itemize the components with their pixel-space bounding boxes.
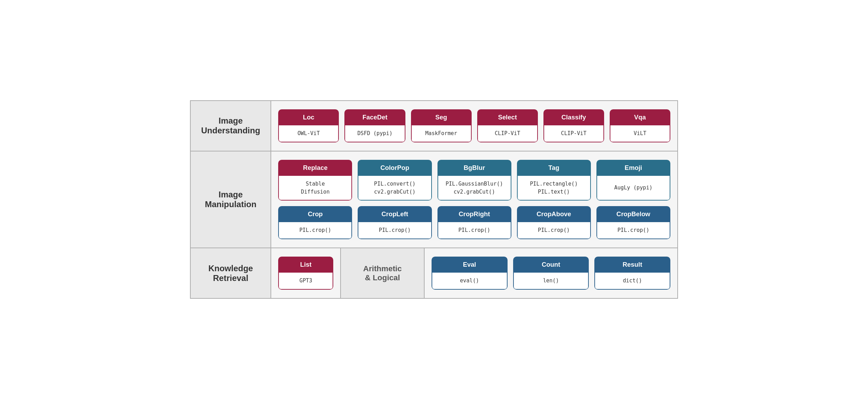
- card-seg: SegMaskFormer: [411, 109, 472, 142]
- card-header-cropbelow: CropBelow: [596, 206, 670, 222]
- card-header-emoji: Emoji: [596, 160, 670, 176]
- card-body-crop: PIL.crop(): [278, 222, 352, 239]
- card-title-replace: Replace: [303, 164, 328, 171]
- card-body-cropbelow: PIL.crop(): [596, 222, 670, 239]
- card-emoji: EmojiAugLy (pypi): [596, 160, 670, 201]
- card-title-emoji: Emoji: [625, 164, 642, 171]
- image-manipulation-label: ImageManipulation: [190, 151, 271, 248]
- card-body-bgblur: PIL.GaussianBlur() cv2.grabCut(): [437, 176, 511, 201]
- card-header-colorpop: ColorPop: [358, 160, 432, 176]
- card-body-loc: OWL-ViT: [278, 125, 339, 142]
- card-crop: CropPIL.crop(): [278, 206, 352, 239]
- card-title-cropabove: CropAbove: [536, 210, 571, 218]
- card-vqa: VqaViLT: [610, 109, 670, 142]
- card-tag: TagPIL.rectangle() PIL.text(): [517, 160, 591, 201]
- card-body-emoji: AugLy (pypi): [596, 176, 670, 201]
- card-body-count: len(): [513, 273, 589, 290]
- card-body-classify: CLIP-ViT: [543, 125, 604, 142]
- card-body-seg: MaskFormer: [411, 125, 472, 142]
- image-manipulation-row1: ReplaceStable DiffusionColorPopPIL.conve…: [278, 160, 670, 201]
- knowledge-retrieval-row: KnowledgeRetrieval ListGPT3 Arithmetic& …: [190, 248, 678, 298]
- card-header-vqa: Vqa: [610, 109, 670, 125]
- card-body-replace: Stable Diffusion: [278, 176, 352, 201]
- image-understanding-label: ImageUnderstanding: [190, 101, 271, 151]
- card-title-crop: Crop: [308, 210, 323, 218]
- card-eval: Evaleval(): [432, 257, 508, 290]
- card-header-loc: Loc: [278, 109, 339, 125]
- card-title-select: Select: [498, 114, 517, 121]
- kr-right-card-row: Evaleval()Countlen()Resultdict(): [432, 257, 670, 290]
- card-body-facedet: DSFD (pypi): [344, 125, 405, 142]
- card-cropabove: CropAbovePIL.crop(): [517, 206, 591, 239]
- card-title-facedet: FaceDet: [363, 114, 388, 121]
- card-title-count: Count: [542, 261, 560, 268]
- card-title-cropright: CropRight: [459, 210, 490, 218]
- card-colorpop: ColorPopPIL.convert() cv2.grabCut(): [358, 160, 432, 201]
- card-select: SelectCLIP-ViT: [477, 109, 538, 142]
- card-result: Resultdict(): [594, 257, 670, 290]
- card-header-facedet: FaceDet: [344, 109, 405, 125]
- card-header-count: Count: [513, 257, 589, 273]
- card-title-vqa: Vqa: [634, 114, 646, 121]
- card-facedet: FaceDetDSFD (pypi): [344, 109, 405, 142]
- image-manipulation-cards: ReplaceStable DiffusionColorPopPIL.conve…: [271, 151, 678, 248]
- card-body-cropleft: PIL.crop(): [358, 222, 432, 239]
- card-title-eval: Eval: [463, 261, 476, 268]
- card-cropright: CropRightPIL.crop(): [437, 206, 511, 239]
- card-body-result: dict(): [594, 273, 670, 290]
- card-body-colorpop: PIL.convert() cv2.grabCut(): [358, 176, 432, 201]
- card-body-list: GPT3: [278, 273, 333, 290]
- card-title-result: Result: [623, 261, 642, 268]
- card-header-select: Select: [477, 109, 538, 125]
- card-body-tag: PIL.rectangle() PIL.text(): [517, 176, 591, 201]
- card-count: Countlen(): [513, 257, 589, 290]
- card-title-seg: Seg: [435, 114, 447, 121]
- card-body-vqa: ViLT: [610, 125, 670, 142]
- card-title-bgblur: BgBlur: [464, 164, 485, 171]
- card-list: ListGPT3: [278, 257, 333, 290]
- card-header-list: List: [278, 257, 333, 273]
- knowledge-retrieval-label: KnowledgeRetrieval: [190, 248, 271, 298]
- card-header-classify: Classify: [543, 109, 604, 125]
- kr-right-cards: Evaleval()Countlen()Resultdict(): [424, 248, 678, 298]
- image-manipulation-row2: CropPIL.crop()CropLeftPIL.crop()CropRigh…: [278, 206, 670, 239]
- card-title-colorpop: ColorPop: [380, 164, 409, 171]
- card-title-list: List: [300, 261, 312, 268]
- card-cropleft: CropLeftPIL.crop(): [358, 206, 432, 239]
- card-title-cropbelow: CropBelow: [616, 210, 650, 218]
- card-body-eval: eval(): [432, 273, 508, 290]
- card-header-cropabove: CropAbove: [517, 206, 591, 222]
- arithmetic-logical-label: Arithmetic& Logical: [341, 248, 424, 298]
- card-header-crop: Crop: [278, 206, 352, 222]
- card-title-loc: Loc: [303, 114, 314, 121]
- card-header-cropright: CropRight: [437, 206, 511, 222]
- card-classify: ClassifyCLIP-ViT: [543, 109, 604, 142]
- card-header-tag: Tag: [517, 160, 591, 176]
- card-body-cropright: PIL.crop(): [437, 222, 511, 239]
- card-body-select: CLIP-ViT: [477, 125, 538, 142]
- main-table: ImageUnderstanding LocOWL-ViTFaceDetDSFD…: [190, 100, 678, 299]
- card-body-cropabove: PIL.crop(): [517, 222, 591, 239]
- image-understanding-cards: LocOWL-ViTFaceDetDSFD (pypi)SegMaskForme…: [271, 101, 678, 151]
- card-title-tag: Tag: [548, 164, 559, 171]
- image-understanding-card-row: LocOWL-ViTFaceDetDSFD (pypi)SegMaskForme…: [278, 109, 670, 142]
- image-understanding-row: ImageUnderstanding LocOWL-ViTFaceDetDSFD…: [190, 101, 678, 151]
- card-header-replace: Replace: [278, 160, 352, 176]
- card-loc: LocOWL-ViT: [278, 109, 339, 142]
- card-header-eval: Eval: [432, 257, 508, 273]
- card-cropbelow: CropBelowPIL.crop(): [596, 206, 670, 239]
- kr-list-cell: ListGPT3: [271, 248, 341, 298]
- card-header-bgblur: BgBlur: [437, 160, 511, 176]
- card-title-cropleft: CropLeft: [381, 210, 408, 218]
- card-header-seg: Seg: [411, 109, 472, 125]
- card-title-classify: Classify: [562, 114, 586, 121]
- card-replace: ReplaceStable Diffusion: [278, 160, 352, 201]
- card-header-result: Result: [594, 257, 670, 273]
- card-header-cropleft: CropLeft: [358, 206, 432, 222]
- card-bgblur: BgBlurPIL.GaussianBlur() cv2.grabCut(): [437, 160, 511, 201]
- image-manipulation-row: ImageManipulation ReplaceStable Diffusio…: [190, 151, 678, 248]
